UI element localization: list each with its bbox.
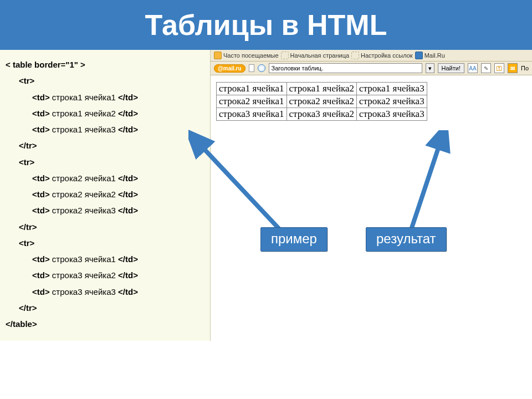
code-line: <td> строка3 ячейка1 </td>	[6, 251, 204, 267]
callout-result: результат	[366, 227, 447, 252]
bookmark-label: Начальная страница	[290, 52, 349, 59]
code-line: </tr>	[6, 300, 204, 316]
code-line: <tr>	[6, 73, 204, 89]
bookmark-label: Часто посещаемые	[223, 52, 279, 59]
code-example-panel: < table border="1" > <tr> <td> строка1 я…	[0, 50, 211, 341]
search-input[interactable]	[269, 63, 422, 73]
browser-bookmarks-toolbar: Часто посещаемые Начальная страница Наст…	[211, 50, 532, 62]
toolbar-label-truncated: По	[521, 65, 529, 71]
code-line: <td> строка3 ячейка3 </td>	[6, 284, 204, 300]
code-line: </tr>	[6, 219, 204, 235]
code-line: </table>	[6, 316, 204, 332]
code-line: <td> строка2 ячейка3 </td>	[6, 202, 204, 218]
code-line: <td> строка2 ячейка1 </td>	[6, 170, 204, 186]
svg-line-0	[200, 144, 285, 236]
code-line: <tr>	[6, 235, 204, 251]
mail-tool-icon[interactable]: ✉	[508, 63, 518, 73]
magnifier-icon	[258, 64, 265, 72]
table-row: строка3 ячейка1 строка3 ячейка2 строка3 …	[217, 108, 427, 121]
slide-title: Таблицы в HTML	[145, 8, 387, 42]
bookmark-icon	[351, 52, 359, 59]
bookmark-home[interactable]: Начальная страница	[281, 52, 349, 59]
svg-line-1	[410, 141, 441, 233]
mailru-search-toolbar: @mail.ru ▾ Найти! AA ✎ ⚿ ✉ По	[211, 62, 532, 75]
bookmark-icon	[214, 52, 222, 59]
table-cell: строка1 ячейка3	[357, 83, 427, 95]
code-line: <td> строка1 ячейка3 </td>	[6, 121, 204, 137]
find-button[interactable]: Найти!	[438, 63, 464, 73]
bookmark-label: Настройка ссылок	[361, 52, 413, 59]
callout-example: пример	[260, 227, 328, 252]
dropdown-arrow-icon[interactable]	[249, 64, 254, 72]
table-cell: строка3 ячейка2	[287, 108, 357, 121]
table-cell: строка1 ячейка2	[287, 83, 357, 95]
code-line: <tr>	[6, 154, 204, 170]
table-cell: строка3 ячейка1	[217, 108, 287, 121]
table-cell: строка1 ячейка1	[217, 83, 287, 95]
bookmark-mailru[interactable]: Mail.Ru	[415, 52, 445, 59]
code-line: <td> строка2 ячейка2 </td>	[6, 186, 204, 202]
table-cell: строка2 ячейка2	[287, 95, 357, 108]
text-size-tool[interactable]: AA	[468, 63, 478, 73]
table-cell: строка2 ячейка1	[217, 95, 287, 108]
table-cell: строка3 ячейка3	[357, 108, 427, 121]
rendered-table-area: строка1 ячейка1 строка1 ячейка2 строка1 …	[211, 75, 532, 127]
bookmark-frequent[interactable]: Часто посещаемые	[214, 52, 279, 59]
search-history-dropdown[interactable]: ▾	[426, 63, 434, 73]
result-table: строка1 ячейка1 строка1 ячейка2 строка1 …	[216, 82, 427, 121]
mailru-logo[interactable]: @mail.ru	[214, 64, 245, 73]
slide-title-bar: Таблицы в HTML	[0, 0, 532, 50]
code-line: < table border="1" >	[6, 57, 204, 73]
table-cell: строка2 ячейка3	[357, 95, 427, 108]
bookmark-icon	[281, 52, 289, 59]
table-row: строка1 ячейка1 строка1 ячейка2 строка1 …	[217, 83, 427, 95]
code-line: <td> строка1 ячейка1 </td>	[6, 89, 204, 105]
key-tool-icon[interactable]: ⚿	[494, 63, 504, 73]
code-line: <td> строка1 ячейка2 </td>	[6, 105, 204, 121]
mailru-icon	[415, 52, 423, 59]
bookmark-label: Mail.Ru	[424, 52, 445, 59]
table-row: строка2 ячейка1 строка2 ячейка2 строка2 …	[217, 95, 427, 108]
bookmark-links-setup[interactable]: Настройка ссылок	[351, 52, 413, 59]
arrow-result	[399, 130, 477, 241]
code-line: </tr>	[6, 137, 204, 154]
pencil-tool-icon[interactable]: ✎	[481, 63, 491, 73]
code-line: <td> строка3 ячейка2 </td>	[6, 267, 204, 283]
